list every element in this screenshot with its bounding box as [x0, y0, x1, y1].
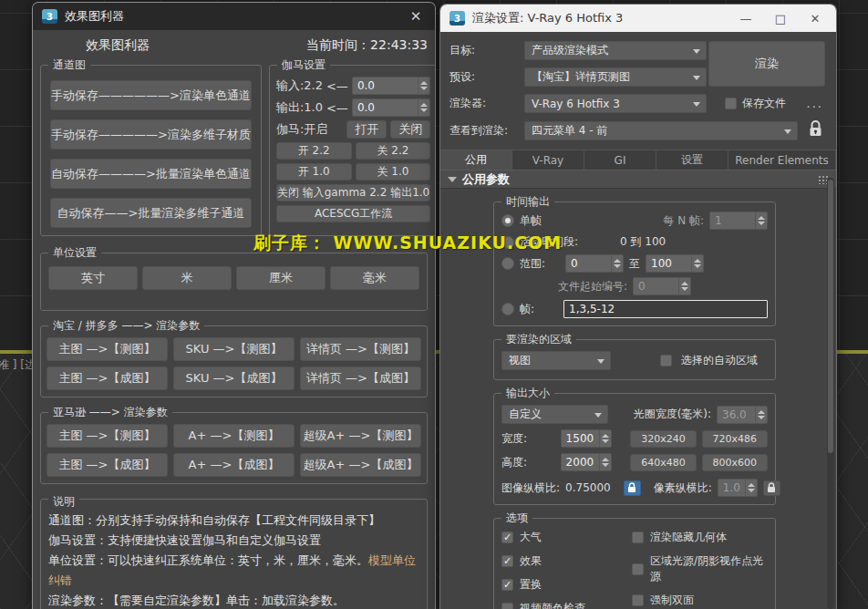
unit-millimeter-button[interactable]: 毫米 — [330, 266, 419, 290]
taobao-sku-test-button[interactable]: SKU —>【测图】 — [173, 337, 294, 361]
range-radio[interactable] — [501, 257, 514, 270]
common-params-rollout-header[interactable]: 公用参数 — [440, 170, 836, 189]
scrollbar-thumb[interactable] — [828, 180, 833, 453]
taobao-main-final-button[interactable]: 主图 —>【成图】 — [46, 366, 168, 390]
every-n-spinner[interactable]: 1 — [709, 212, 768, 230]
every-n-label: 每 N 帧: — [663, 213, 704, 229]
gamma-input-spinner[interactable]: 0.0 — [352, 77, 430, 95]
amazon-aplus-test-button[interactable]: A+ —>【测图】 — [173, 424, 294, 448]
close-icon[interactable]: ✕ — [406, 8, 426, 25]
time-output-group: 时间输出 单帧 每 N 帧: 1 活动时间段: 0 到 100 范围: 0 — [493, 201, 776, 326]
pixel-aspect-lock-icon[interactable] — [763, 480, 780, 496]
auto-save-batch-mono-button[interactable]: 自动保存————>批量渲染单色通道 — [50, 159, 252, 189]
amazon-super-aplus-test-button[interactable]: 超级A+ —>【测图】 — [300, 424, 421, 448]
renderer-dropdown[interactable]: V-Ray 6 Hotfix 3 — [524, 94, 707, 113]
single-frame-radio[interactable] — [501, 214, 514, 227]
area-to-render-group: 要渲染的区域 视图 选择的自动区域 — [493, 339, 776, 380]
gamma-off-2.2-button[interactable]: 关 2.2 — [356, 142, 431, 160]
image-aspect-lock-icon[interactable] — [624, 480, 641, 496]
tab-gi[interactable]: GI — [584, 150, 656, 170]
minimize-icon[interactable]: — — [732, 12, 760, 26]
unit-group-title: 单位设置 — [48, 245, 101, 261]
unit-group: 单位设置 英寸 米 厘米 毫米 — [40, 253, 428, 311]
taobao-detail-final-button[interactable]: 详情页 —>【成图】 — [300, 366, 421, 390]
video-color-check-checkbox[interactable] — [501, 603, 513, 609]
gamma-on-1.0-button[interactable]: 开 1.0 — [276, 163, 352, 181]
amazon-super-aplus-final-button[interactable]: 超级A+ —>【成图】 — [300, 453, 421, 477]
gamma-off-combo-button[interactable]: 关闭 输入gamma 2.2 输出1.0 — [276, 184, 430, 201]
render-setup-window: 3 渲染设置: V-Ray 6 Hotfix 3 — □ ✕ 渲染 目标: 产品… — [439, 4, 837, 609]
height-label: 高度: — [501, 455, 555, 470]
effects-checkbox[interactable] — [501, 555, 513, 567]
aperture-spinner[interactable]: 36.0 — [717, 406, 768, 424]
size-320x240-button[interactable]: 320x240 — [630, 430, 696, 448]
current-time-label: 当前时间： — [306, 37, 370, 52]
area-dropdown[interactable]: 视图 — [501, 351, 611, 370]
more-options-button[interactable]: ... — [807, 97, 827, 110]
tab-render-elements[interactable]: Render Elements — [728, 150, 836, 170]
amazon-main-test-button[interactable]: 主图 —>【测图】 — [46, 424, 168, 448]
tab-common[interactable]: 公用 — [440, 150, 512, 170]
save-file-checkbox[interactable] — [725, 98, 737, 109]
tab-settings[interactable]: 设置 — [656, 150, 728, 170]
range-from-spinner[interactable]: 0 — [565, 254, 624, 273]
preset-dropdown[interactable]: 【淘宝】详情页测图 — [524, 67, 707, 87]
left-arrow-icon: <— — [326, 79, 348, 93]
pixel-aspect-spinner[interactable]: 1.0 — [718, 479, 758, 497]
current-time-value: 22:43:33 — [370, 37, 428, 52]
taobao-sku-final-button[interactable]: SKU —>【成图】 — [173, 366, 294, 390]
gamma-on-2.2-button[interactable]: 开 2.2 — [276, 142, 352, 160]
frames-input[interactable] — [563, 300, 768, 318]
window-title: 渲染设置: V-Ray 6 Hotfix 3 — [472, 10, 725, 26]
close-icon[interactable]: ✕ — [801, 12, 829, 26]
size-800x600-button[interactable]: 800x600 — [702, 454, 768, 471]
area-lights-checkbox[interactable] — [632, 563, 644, 575]
view-lock-icon[interactable] — [809, 120, 822, 140]
unit-centimeter-button[interactable]: 厘米 — [236, 266, 326, 290]
amazon-main-final-button[interactable]: 主图 —>【成图】 — [46, 453, 168, 477]
taobao-main-test-button[interactable]: 主图 —>【测图】 — [46, 337, 168, 361]
render-hidden-checkbox[interactable] — [632, 532, 644, 543]
note-line-params: 渲染参数：【需要自定渲染参数】单击：加载渲染参数。 — [48, 591, 419, 609]
note-line-gamma: 伽马设置：支持便捷快速设置伽马和自定义伽马设置 — [48, 531, 419, 551]
vertical-scrollbar[interactable] — [827, 178, 834, 609]
acescg-workflow-button[interactable]: ACESCG工作流 — [276, 205, 430, 222]
tab-vray[interactable]: V-Ray — [512, 150, 584, 170]
options-group: 选项 大气 效果 置换 视频颜色检查 渲染为场 渲染隐藏几何体 区域光源/阴影视… — [493, 518, 776, 609]
auto-save-batch-multisub-button[interactable]: 自动保存——>批量渲染多维子通道 — [50, 198, 252, 228]
notes-group: 说明 通道图：分别支持手动保持和自动保存【工程文件同级目录下】 伽马设置：支持便… — [40, 499, 428, 609]
file-start-spinner[interactable]: 0 — [633, 277, 691, 295]
maximize-icon[interactable]: □ — [767, 12, 794, 26]
gamma-output-spinner[interactable]: 0.0 — [352, 98, 430, 117]
gamma-open-button[interactable]: 打开 — [346, 120, 387, 139]
range-to-spinner[interactable]: 100 — [646, 254, 704, 273]
render-button[interactable]: 渲染 — [708, 41, 825, 87]
render-setup-titlebar[interactable]: 3 渲染设置: V-Ray 6 Hotfix 3 — □ ✕ — [440, 5, 836, 32]
window-title: 效果图利器 — [65, 8, 398, 25]
gamma-close-button[interactable]: 关闭 — [390, 120, 430, 139]
size-640x480-button[interactable]: 640x480 — [630, 454, 696, 471]
atmosphere-checkbox[interactable] — [501, 532, 513, 543]
height-spinner[interactable]: 2000 — [561, 453, 613, 471]
size-720x486-button[interactable]: 720x486 — [702, 430, 768, 448]
active-segment-range: 0 到 100 — [620, 234, 666, 250]
unit-inch-button[interactable]: 英寸 — [48, 266, 138, 290]
amazon-aplus-final-button[interactable]: A+ —>【成图】 — [173, 453, 294, 477]
notes-group-title: 说明 — [48, 491, 79, 511]
force-two-sided-label: 强制双面 — [650, 593, 694, 608]
manual-save-multisub-button[interactable]: 手动保存—————>渲染多维子材质 — [50, 119, 252, 150]
unit-meter-button[interactable]: 米 — [142, 266, 232, 290]
taobao-detail-test-button[interactable]: 详情页 —>【测图】 — [300, 337, 421, 361]
frames-radio[interactable] — [501, 303, 514, 315]
width-spinner[interactable]: 1500 — [561, 429, 613, 448]
manual-save-mono-channel-button[interactable]: 手动保存——————>渲染单色通道 — [50, 80, 252, 110]
output-preset-dropdown[interactable]: 自定义 — [501, 405, 608, 424]
target-dropdown[interactable]: 产品级渲染模式 — [524, 41, 707, 60]
effect-tool-titlebar[interactable]: 3 效果图利器 ✕ — [33, 3, 435, 30]
renderer-label: 渲染器: — [450, 96, 519, 111]
gamma-off-1.0-button[interactable]: 关 1.0 — [356, 163, 431, 181]
view-to-render-dropdown[interactable]: 四元菜单 4 - 前 — [524, 121, 798, 140]
displacement-checkbox[interactable] — [501, 579, 513, 591]
auto-region-checkbox[interactable] — [660, 355, 672, 366]
force-two-sided-checkbox[interactable] — [632, 594, 644, 606]
